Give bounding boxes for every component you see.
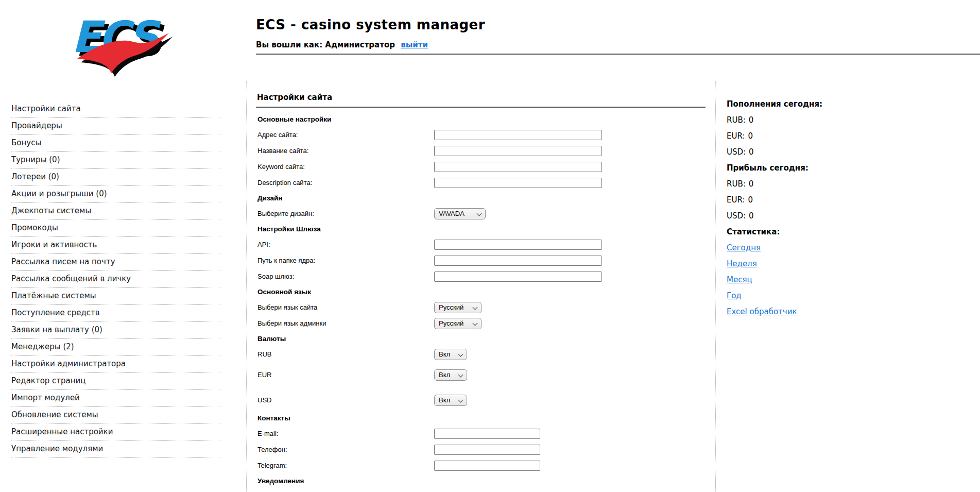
admin-language-select[interactable]: Русский (434, 318, 482, 329)
login-status-line: Вы вошли как: Администратор выйти (256, 40, 428, 49)
sidebar-item-pm-mailing[interactable]: Рассылка сообщений в личку (11, 271, 220, 288)
email-input[interactable] (434, 429, 540, 439)
profit-rub: RUB:0 (727, 176, 969, 192)
site-language-label: Выбери язык сайта (257, 303, 434, 311)
logout-link[interactable]: выйти (401, 40, 428, 49)
deposits-eur: EUR:0 (727, 128, 969, 144)
phone-input[interactable] (434, 445, 540, 455)
sidebar-item-site-settings[interactable]: Настройки сайта (11, 101, 220, 118)
sidebar-menu: Настройки сайта Провайдеры Бонусы Турнир… (11, 101, 220, 458)
sidebar-item-promocodes[interactable]: Промокоды (11, 220, 220, 237)
soap-gateway-input[interactable] (434, 272, 602, 282)
telegram-label: Telegram: (257, 462, 434, 469)
stats-link-today[interactable]: Сегодня (727, 243, 761, 252)
eur-currency-select[interactable]: Вкл (434, 369, 467, 381)
profit-today-title: Прибыль сегодня: (727, 160, 969, 176)
ecs-logo: ECS ECS (70, 9, 173, 77)
sidebar-item-admin-settings[interactable]: Настройки администратора (11, 356, 220, 373)
site-description-label: Description сайта: (257, 179, 434, 186)
panel-divider (256, 107, 706, 108)
page-title: Настройки сайта (256, 93, 706, 102)
sidebar-item-page-editor[interactable]: Редактор страниц (11, 373, 220, 390)
form-section-currencies: Валюты (257, 335, 286, 343)
sidebar-item-jackpots[interactable]: Джекпоты системы (11, 203, 220, 220)
sidebar-item-promotions[interactable]: Акции и розыгрыши (0) (11, 186, 220, 203)
sidebar-item-module-management[interactable]: Управление модулями (11, 441, 220, 458)
stats-link-month[interactable]: Месяц (727, 275, 752, 284)
usd-currency-label: USD (257, 396, 434, 404)
site-name-input[interactable] (434, 146, 602, 156)
soap-gateway-label: Soap шлюз: (257, 273, 434, 280)
form-section-notifications: Уведомления (257, 477, 304, 485)
sidebar-item-payout-requests[interactable]: Заявки на выплату (0) (11, 322, 220, 339)
login-status-text: Вы вошли как: Администратор (256, 40, 395, 49)
usd-currency-select[interactable]: Вкл (434, 395, 467, 406)
phone-label: Телефон: (257, 446, 434, 453)
statistics-title: Статистика: (727, 224, 969, 240)
sidebar-item-email-mailing[interactable]: Рассылка писем на почту (11, 254, 220, 271)
app-title: ECS - casino system manager (256, 17, 485, 32)
api-label: API: (257, 241, 434, 248)
divider-sidebar-main (246, 81, 247, 492)
design-select-label: Выберите дизайн: (257, 210, 434, 217)
site-address-input[interactable] (434, 130, 602, 140)
telegram-input[interactable] (434, 461, 540, 471)
core-path-label: Путь к папке ядра: (257, 257, 434, 264)
sidebar-item-system-update[interactable]: Обновление системы (11, 407, 220, 424)
sidebar-item-players-activity[interactable]: Игроки и активность (11, 237, 220, 254)
deposits-today-title: Пополнения сегодня: (727, 96, 969, 112)
form-section-gateway: Настройки Шлюза (257, 225, 321, 233)
form-section-design: Дизайн (257, 194, 282, 202)
email-label: E-mail: (257, 430, 434, 437)
site-address-label: Адрес сайта: (257, 131, 434, 139)
api-input[interactable] (434, 240, 602, 250)
site-name-label: Название сайта: (257, 147, 434, 155)
core-path-input[interactable] (434, 256, 602, 266)
page: ECS ECS ECS - casino system manager Вы в… (0, 0, 980, 492)
stats-link-excel[interactable]: Excel обработчик (727, 307, 797, 316)
main-panel: Настройки сайта Основные настройки Адрес… (256, 93, 706, 492)
profit-eur: EUR:0 (727, 192, 969, 208)
sidebar-item-lotteries[interactable]: Лотереи (0) (11, 169, 220, 186)
deposits-rub: RUB:0 (727, 112, 969, 128)
sidebar-item-managers[interactable]: Менеджеры (2) (11, 339, 220, 356)
site-description-input[interactable] (434, 178, 602, 188)
eur-currency-label: EUR (257, 371, 434, 379)
admin-language-label: Выбери язык админки (257, 319, 434, 327)
sidebar-item-providers[interactable]: Провайдеры (11, 118, 220, 135)
sidebar-item-incoming-funds[interactable]: Поступление средств (11, 305, 220, 322)
ecs-logo-graphic: ECS ECS (70, 9, 173, 77)
sidebar-item-advanced-settings[interactable]: Расширенные настройки (11, 424, 220, 441)
rub-currency-label: RUB (257, 350, 434, 358)
form-section-general: Основные настройки (257, 115, 331, 123)
form-section-language: Основной язык (257, 288, 311, 296)
rub-currency-select[interactable]: Вкл (434, 349, 467, 360)
sidebar-item-payment-systems[interactable]: Платёжные системы (11, 288, 220, 305)
site-keyword-input[interactable] (434, 162, 602, 172)
site-keyword-label: Keyword сайта: (257, 163, 434, 171)
sidebar-item-tournaments[interactable]: Турниры (0) (11, 152, 220, 169)
stats-panel: Пополнения сегодня: RUB:0 EUR:0 USD:0 Пр… (727, 96, 969, 319)
profit-usd: USD:0 (727, 208, 969, 224)
header-divider (256, 54, 980, 55)
site-settings-form: Основные настройки Адрес сайта: Название… (256, 112, 706, 492)
form-section-contacts: Контакты (257, 414, 290, 422)
sidebar-item-bonuses[interactable]: Бонусы (11, 135, 220, 152)
divider-main-stats (715, 81, 716, 492)
stats-link-week[interactable]: Неделя (727, 259, 757, 268)
deposits-usd: USD:0 (727, 144, 969, 160)
stats-link-year[interactable]: Год (727, 291, 742, 300)
site-language-select[interactable]: Русский (434, 302, 482, 313)
design-select[interactable]: VAVADA (434, 208, 486, 219)
sidebar-item-module-import[interactable]: Импорт модулей (11, 390, 220, 407)
